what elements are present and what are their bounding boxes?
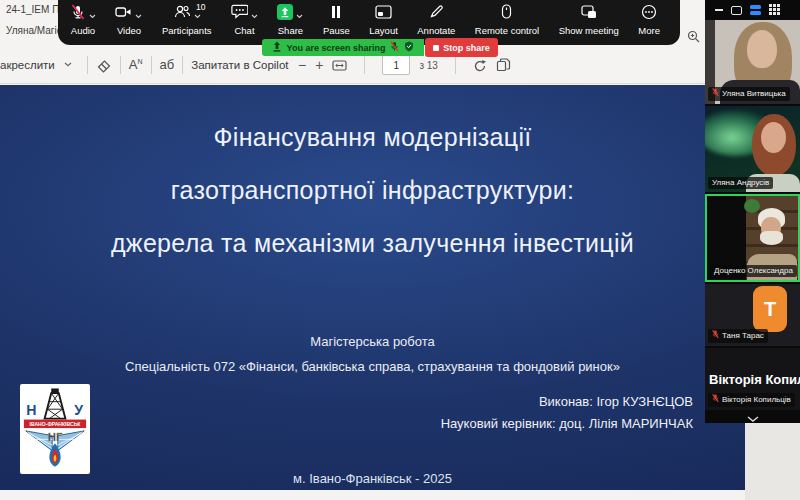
- slide-title: Фінансування модернізації газотранспортн…: [0, 111, 745, 270]
- stop-share-button[interactable]: Stop share: [425, 38, 498, 57]
- video-panel-header: [705, 0, 800, 20]
- panel-scroll-chevron[interactable]: [705, 416, 800, 422]
- video-tile[interactable]: Вікторія Копильців Вікторія Копильців: [705, 348, 800, 410]
- page-total-label: з 13: [419, 60, 438, 71]
- participant-name-tag: Таня Тарас: [708, 329, 768, 343]
- presentation-slide: Фінансування модернізації газотранспортн…: [0, 85, 745, 490]
- fit-width-icon[interactable]: [332, 60, 347, 71]
- slide-title-line3: джерела та механізми залучення інвестиці…: [0, 217, 745, 270]
- chevron-down-icon[interactable]: [251, 5, 258, 23]
- eraser-icon[interactable]: [96, 57, 112, 73]
- pause-label: Pause: [323, 25, 350, 36]
- gallery-view-icon[interactable]: [769, 1, 780, 19]
- share-screen-icon: [277, 4, 293, 24]
- strip-view-icon[interactable]: [750, 5, 761, 15]
- share-button[interactable]: Share: [277, 5, 303, 36]
- participant-name-tag: Вікторія Копильців: [708, 393, 795, 407]
- layout-icon: [375, 5, 392, 23]
- svg-text:ІВАНО-ФРАНКІВСЬК: ІВАНО-ФРАНКІВСЬК: [30, 421, 82, 427]
- annotate-label: Annotate: [417, 25, 455, 36]
- share-label: Share: [278, 25, 303, 36]
- participants-label: Participants: [162, 25, 212, 36]
- remote-control-button[interactable]: Remote control: [475, 5, 539, 36]
- chat-button[interactable]: Chat: [231, 5, 258, 36]
- mic-muted-icon: [712, 394, 719, 405]
- author-block: Виконав: Ігор КУЗНЄЦОВ Науковий керівник…: [441, 391, 693, 435]
- zoom-search-icon[interactable]: [687, 29, 700, 47]
- divider: [120, 56, 121, 74]
- audio-button[interactable]: Audio: [70, 5, 96, 36]
- video-tile[interactable]: Т Таня Тарас: [705, 284, 800, 346]
- video-tile[interactable]: Уляна Витвицька: [705, 20, 800, 104]
- participant-name-tag: Уляна Андрусів: [708, 177, 773, 189]
- participant-name-tag: Доценко Олександра: [710, 265, 797, 277]
- show-meeting-icon: [581, 5, 597, 23]
- zoom-out-button[interactable]: −: [298, 58, 306, 72]
- annotate-button[interactable]: Annotate: [417, 5, 455, 36]
- pages-icon[interactable]: [496, 58, 511, 72]
- pause-button[interactable]: Pause: [323, 5, 350, 36]
- divider: [182, 56, 183, 74]
- participants-video-panel: Уляна Витвицька Уляна Андрусів: [705, 0, 800, 423]
- minimize-panel-icon[interactable]: [715, 9, 723, 11]
- supervisor-line: Науковий керівник: доц. Лілія МАРИНЧАК: [441, 413, 693, 435]
- video-button[interactable]: Video: [115, 5, 142, 36]
- divider: [87, 56, 88, 74]
- share-arrow-icon: [272, 41, 282, 55]
- security-shield-icon: [404, 41, 414, 54]
- copilot-button[interactable]: Запитати в Copilot: [191, 59, 288, 71]
- font-size-icon[interactable]: АN: [129, 57, 143, 72]
- video-label: Video: [117, 25, 141, 36]
- powerpoint-window: 24-1_ІЕМ Презе Уляна/Магістр акреслити А…: [0, 0, 745, 500]
- divider: [364, 56, 365, 74]
- pause-icon: [330, 5, 342, 23]
- zoom-in-button[interactable]: +: [315, 58, 323, 72]
- more-label: More: [638, 25, 660, 36]
- show-meeting-button[interactable]: Show meeting: [559, 5, 619, 36]
- strikethrough-button[interactable]: акреслити: [0, 59, 55, 71]
- svg-text:У: У: [74, 402, 83, 418]
- participant-display-name: Вікторія Копильців: [709, 372, 800, 387]
- annotate-icon: [429, 4, 444, 23]
- audio-label: Audio: [71, 25, 95, 36]
- slide-title-line2: газотранспортної інфраструктури:: [0, 164, 745, 217]
- chevron-down-icon[interactable]: [64, 62, 72, 67]
- video-tile[interactable]: Уляна Андрусів: [705, 106, 800, 192]
- show-meeting-label: Show meeting: [559, 25, 619, 36]
- rotate-icon[interactable]: [473, 58, 487, 72]
- svg-text:НГ: НГ: [48, 431, 63, 443]
- divider: [455, 56, 456, 74]
- sharing-message: You are screen sharing: [287, 43, 386, 53]
- slide-footer: м. Івано-Франківськ - 2025: [0, 471, 745, 486]
- desktop: 24-1_ІЕМ Презе Уляна/Магістр акреслити А…: [0, 0, 800, 500]
- remote-control-label: Remote control: [475, 25, 539, 36]
- layout-button[interactable]: Layout: [369, 5, 398, 36]
- speaker-view-icon[interactable]: [731, 6, 742, 15]
- screen-sharing-banner: You are screen sharing: [262, 39, 424, 56]
- svg-text:Н: Н: [26, 402, 36, 418]
- participants-count-badge: 10: [196, 2, 205, 12]
- translate-icon[interactable]: аб: [160, 57, 175, 72]
- camera-icon: [115, 5, 132, 23]
- chat-icon: [231, 4, 248, 23]
- video-tile-active-speaker[interactable]: Доценко Олександра: [705, 194, 800, 282]
- mic-muted-icon: [712, 330, 719, 341]
- layout-label: Layout: [369, 25, 398, 36]
- participant-name-tag: Уляна Витвицька: [708, 87, 790, 101]
- chevron-down-icon[interactable]: [296, 5, 303, 23]
- page-number-input[interactable]: 1: [382, 55, 410, 75]
- avatar: Т: [753, 286, 787, 332]
- chat-label: Chat: [234, 25, 254, 36]
- university-logo: Н У ІВАНО-ФРАНКІВСЬК НГ: [20, 384, 90, 474]
- chevron-down-icon[interactable]: [89, 5, 96, 23]
- more-button[interactable]: More: [638, 5, 660, 36]
- mic-muted-icon: [712, 88, 719, 99]
- participants-button[interactable]: 10 Participants: [162, 5, 212, 36]
- specialty-label: Спеціальність 072 «Фінанси, банківська с…: [0, 359, 745, 374]
- author-line: Виконав: Ігор КУЗНЄЦОВ: [441, 391, 693, 413]
- participants-icon: [173, 4, 191, 23]
- remote-control-icon: [501, 4, 512, 23]
- mic-muted-icon: [70, 4, 86, 24]
- chevron-down-icon[interactable]: [135, 5, 142, 23]
- stop-share-label: Stop share: [443, 43, 490, 53]
